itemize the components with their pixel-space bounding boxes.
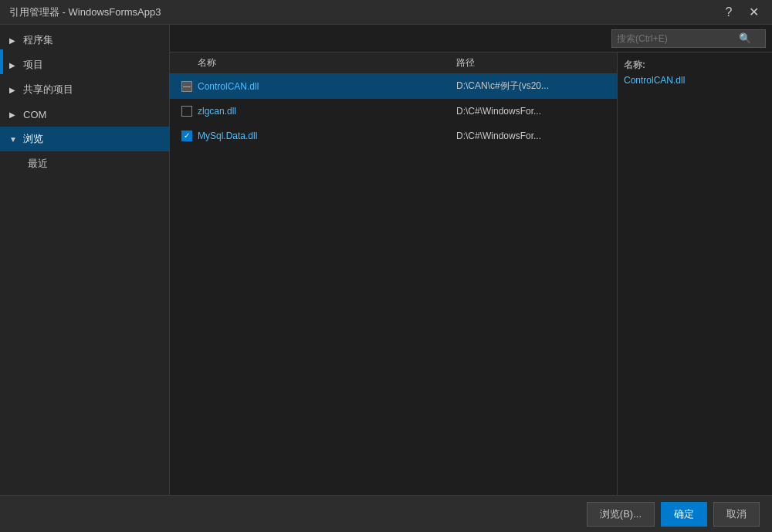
table-row[interactable]: ControlCAN.dll D:\CAN\c#例子(vs20... xyxy=(170,74,617,99)
arrow-icon: ▶ xyxy=(9,61,19,69)
window-title: 引用管理器 - WindowsFormsApp3 xyxy=(9,5,161,19)
close-button[interactable]: ✕ xyxy=(744,3,763,22)
search-container: 🔍 xyxy=(611,29,766,48)
browse-button[interactable]: 浏览(B)... xyxy=(587,502,655,527)
check-cell[interactable] xyxy=(176,130,198,141)
window-controls: ? ✕ xyxy=(720,3,763,22)
table-row[interactable]: zlgcan.dll D:\C#\WindowsFor... xyxy=(170,99,617,124)
file-path: D:\C#\WindowsFor... xyxy=(456,106,611,117)
search-input[interactable] xyxy=(612,33,736,44)
help-button[interactable]: ? xyxy=(720,3,738,22)
header-name-col: 名称 xyxy=(198,56,456,69)
arrow-icon: ▶ xyxy=(9,36,19,45)
sidebar-item-label: COM xyxy=(23,109,46,120)
ok-button[interactable]: 确定 xyxy=(661,502,707,527)
file-list-panel: 名称 路径 ControlCAN.dll D:\CAN\c#例子(vs20... xyxy=(170,53,618,495)
main-container: ▶ 程序集 ▶ 项目 ▶ 共享的项目 ▶ COM ▼ 浏览 最近 🔍 xyxy=(0,25,772,495)
sidebar-item-shared[interactable]: ▶ 共享的项目 xyxy=(0,77,169,102)
content-area: 名称 路径 ControlCAN.dll D:\CAN\c#例子(vs20... xyxy=(170,53,772,495)
sidebar-item-browse[interactable]: ▼ 浏览 xyxy=(0,127,169,151)
check-cell[interactable] xyxy=(176,81,198,92)
file-path: D:\C#\WindowsFor... xyxy=(456,130,611,141)
file-name: ControlCAN.dll xyxy=(198,81,456,92)
sidebar-accent xyxy=(0,49,3,74)
arrow-icon: ▶ xyxy=(9,86,19,94)
checkbox-zlgcan[interactable] xyxy=(181,106,192,117)
bottom-bar: 浏览(B)... 确定 取消 xyxy=(0,495,772,532)
right-panel: 🔍 名称 路径 xyxy=(170,25,772,495)
file-name: MySql.Data.dll xyxy=(198,130,456,141)
table-row[interactable]: MySql.Data.dll D:\C#\WindowsFor... xyxy=(170,124,617,148)
checkbox-controlcan[interactable] xyxy=(181,81,192,92)
detail-label: 名称: xyxy=(624,59,766,72)
cancel-button[interactable]: 取消 xyxy=(713,502,760,527)
sidebar-subitem-label: 最近 xyxy=(28,157,48,171)
file-list: ControlCAN.dll D:\CAN\c#例子(vs20... zlgca… xyxy=(170,74,617,495)
sidebar-item-com[interactable]: ▶ COM xyxy=(0,102,169,127)
file-name: zlgcan.dll xyxy=(198,106,456,117)
sidebar-item-label: 程序集 xyxy=(23,33,53,47)
top-bar: 🔍 xyxy=(170,25,772,53)
sidebar-item-label: 项目 xyxy=(23,58,43,72)
header-path-col: 路径 xyxy=(456,56,611,69)
sidebar-item-assemblies[interactable]: ▶ 程序集 xyxy=(0,28,169,53)
check-cell[interactable] xyxy=(176,106,198,117)
search-icon-button[interactable]: 🔍 xyxy=(736,32,754,44)
checkbox-mysqldata[interactable] xyxy=(181,130,192,141)
sidebar-item-label: 共享的项目 xyxy=(23,83,73,97)
sidebar-subitem-recent[interactable]: 最近 xyxy=(0,151,169,176)
detail-value: ControlCAN.dll xyxy=(624,75,766,86)
sidebar-item-project[interactable]: ▶ 项目 xyxy=(0,53,169,77)
arrow-icon: ▼ xyxy=(9,135,19,144)
file-list-header: 名称 路径 xyxy=(170,53,617,74)
file-path: D:\CAN\c#例子(vs20... xyxy=(456,80,611,93)
sidebar: ▶ 程序集 ▶ 项目 ▶ 共享的项目 ▶ COM ▼ 浏览 最近 xyxy=(0,25,170,495)
title-bar: 引用管理器 - WindowsFormsApp3 ? ✕ xyxy=(0,0,772,25)
sidebar-item-label: 浏览 xyxy=(23,132,43,146)
detail-panel: 名称: ControlCAN.dll xyxy=(618,53,772,495)
arrow-icon: ▶ xyxy=(9,110,19,119)
